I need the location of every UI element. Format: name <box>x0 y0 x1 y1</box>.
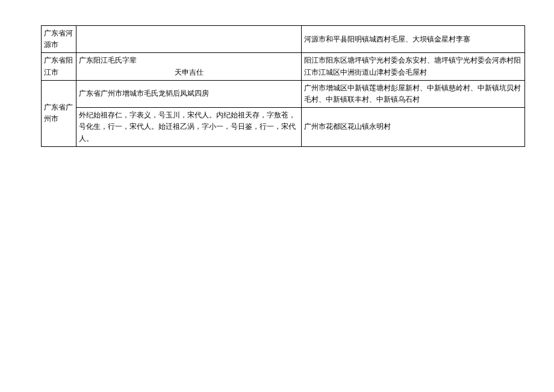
middle-line2: 天申吉仕 <box>79 67 299 78</box>
right-cell: 阳江市阳东区塘坪镇宁光村委会东安村、塘坪镇宁光村委会河赤村阳江市江城区中洲街道山… <box>302 53 525 80</box>
table-row: 广东省广州市 广东省广州市增城市毛氏龙韬后凤斌四房 广州市增城区中新镇莲塘村彭屋… <box>42 80 525 107</box>
document-page: 广东省河源市 河源市和平县阳明镇城西村毛屋、大坝镇金星村李寨 广东省阳江市 广东… <box>0 0 554 392</box>
data-table: 广东省河源市 河源市和平县阳明镇城西村毛屋、大坝镇金星村李寨 广东省阳江市 广东… <box>41 25 525 147</box>
middle-cell <box>76 26 302 53</box>
right-cell: 广州市增城区中新镇莲塘村彭屋新村、中新镇慈岭村、中新镇坑贝村毛村、中新镇联丰村、… <box>302 80 525 107</box>
middle-line1: 广东阳江毛氏字辈 <box>79 55 299 66</box>
region-cell: 广东省阳江市 <box>42 53 76 80</box>
middle-cell: 广东省广州市增城市毛氏龙韬后凤斌四房 <box>76 80 302 107</box>
middle-cell: 外纪始祖存仁，字表义，号玉川，宋代人。内纪始祖天存，字敖苍，号化生，行一，宋代人… <box>76 108 302 147</box>
table-row: 广东省河源市 河源市和平县阳明镇城西村毛屋、大坝镇金星村李寨 <box>42 26 525 53</box>
region-cell: 广东省广州市 <box>42 80 76 146</box>
right-cell: 广州市花都区花山镇永明村 <box>302 108 525 147</box>
table-row: 广东省阳江市 广东阳江毛氏字辈 天申吉仕 阳江市阳东区塘坪镇宁光村委会东安村、塘… <box>42 53 525 80</box>
right-cell: 河源市和平县阳明镇城西村毛屋、大坝镇金星村李寨 <box>302 26 525 53</box>
table-row: 外纪始祖存仁，字表义，号玉川，宋代人。内纪始祖天存，字敖苍，号化生，行一，宋代人… <box>42 108 525 147</box>
region-cell: 广东省河源市 <box>42 26 76 53</box>
middle-cell: 广东阳江毛氏字辈 天申吉仕 <box>76 53 302 80</box>
